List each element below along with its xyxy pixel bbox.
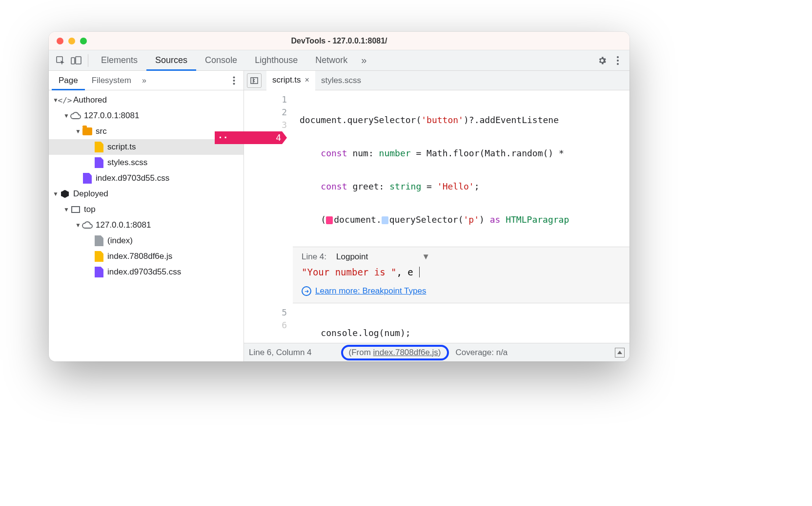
source-map-link[interactable]: index.7808df6e.js <box>373 348 438 357</box>
close-tab-icon[interactable]: × <box>305 76 309 84</box>
chevron-down-icon: ▼ <box>62 206 70 213</box>
titlebar: DevTools - 127.0.0.1:8081/ <box>49 32 629 50</box>
file-icon <box>94 267 104 277</box>
editor-pane: script.ts × styles.scss 1 2 3 4 <box>244 71 629 361</box>
file-icon <box>82 173 93 184</box>
svg-point-8 <box>233 83 235 84</box>
file-icon <box>94 142 104 152</box>
tab-lighthouse[interactable]: Lighthouse <box>246 50 306 71</box>
tree-folder-src[interactable]: ▼ src <box>49 124 244 139</box>
zoom-window-icon[interactable] <box>80 38 87 44</box>
learn-more-text[interactable]: Learn more: Breakpoint Types <box>315 286 426 296</box>
tree-group-authored[interactable]: ▼ </> Authored <box>49 92 244 108</box>
tree-label: 127.0.0.1:8081 <box>96 220 151 230</box>
tree-label: (index) <box>107 236 133 246</box>
code-editor[interactable]: 1 2 3 4 document.querySelector('button')… <box>244 90 629 343</box>
tree-label: src <box>96 126 107 136</box>
cloud-icon <box>70 110 81 121</box>
tabs-overflow-icon[interactable]: » <box>356 55 371 66</box>
toggle-navigator-icon[interactable] <box>247 73 262 88</box>
line-gutter[interactable]: 1 2 3 4 <box>244 90 293 247</box>
tree-file-script-ts[interactable]: script.ts <box>49 139 244 155</box>
chevron-down-icon: ▼ <box>422 252 430 262</box>
tree-label: index.7808df6e.js <box>107 252 172 261</box>
chevron-down-icon: ▼ <box>74 222 82 229</box>
learn-more-link[interactable]: Learn more: Breakpoint Types <box>302 286 621 296</box>
tree-file-styles-scss[interactable]: styles.scss <box>49 155 244 170</box>
tree-label: index.d9703d55.css <box>96 173 169 183</box>
window-title: DevTools - 127.0.0.1:8081/ <box>49 37 629 45</box>
tree-file-index-css[interactable]: index.d9703d55.css <box>49 170 244 186</box>
source-map-origin[interactable]: (From index.7808df6e.js) <box>341 345 449 360</box>
file-icon <box>94 251 104 262</box>
sidebar-tab-filesystem[interactable]: Filesystem <box>85 71 138 90</box>
logpoint-marker[interactable]: 4 <box>215 131 287 144</box>
folder-icon <box>82 126 93 137</box>
svg-rect-9 <box>251 78 258 84</box>
svg-rect-2 <box>76 57 81 64</box>
line-number[interactable]: 2 <box>244 106 287 119</box>
tree-label: top <box>84 205 96 214</box>
code-content[interactable]: document.querySelector('button')?.addEve… <box>293 90 629 247</box>
minimize-window-icon[interactable] <box>68 38 75 44</box>
tab-network[interactable]: Network <box>306 50 356 71</box>
settings-gear-icon[interactable] <box>594 53 610 68</box>
tree-label: script.ts <box>107 142 136 152</box>
more-menu-icon[interactable] <box>610 53 626 68</box>
main-tabstrip: Elements Sources Console Lighthouse Netw… <box>49 50 629 71</box>
file-icon <box>94 235 104 246</box>
chevron-down-icon: ▼ <box>74 128 82 135</box>
tree-label: Authored <box>73 95 107 105</box>
tab-elements[interactable]: Elements <box>92 50 146 71</box>
tree-label: styles.scss <box>107 158 147 168</box>
logpoint-line-label: Line 4: <box>302 252 326 262</box>
tree-origin[interactable]: ▼ 127.0.0.1:8081 <box>49 108 244 124</box>
tree-file-index-js[interactable]: index.7808df6e.js <box>49 249 244 264</box>
tab-console[interactable]: Console <box>196 50 246 71</box>
sidebar-tab-page[interactable]: Page <box>52 71 85 90</box>
tree-file-index[interactable]: (index) <box>49 233 244 249</box>
text-cursor <box>414 267 420 277</box>
line-number[interactable]: 5 <box>244 306 287 319</box>
code-icon: </> <box>60 95 70 105</box>
tree-group-deployed[interactable]: ▼ Deployed <box>49 186 244 202</box>
coverage-status: Coverage: n/a <box>456 348 508 358</box>
logpoint-expression-input[interactable]: "Your number is ", e <box>302 267 621 277</box>
frame-icon <box>70 204 81 215</box>
show-drawer-icon[interactable] <box>615 348 625 358</box>
tree-frame-top[interactable]: ▼ top <box>49 202 244 217</box>
tree-file-index-css-deployed[interactable]: index.d9703d55.css <box>49 264 244 280</box>
devtools-window: DevTools - 127.0.0.1:8081/ Elements Sour… <box>49 32 629 361</box>
tab-sources[interactable]: Sources <box>146 50 196 71</box>
svg-point-5 <box>617 63 619 65</box>
editor-tab-styles-scss[interactable]: styles.scss <box>315 71 367 90</box>
editor-tab-label: styles.scss <box>321 76 361 85</box>
window-controls <box>49 38 87 44</box>
svg-rect-1 <box>71 58 75 64</box>
line-number[interactable]: 3 <box>244 119 287 131</box>
sidebar-overflow-icon[interactable]: » <box>138 76 150 85</box>
editor-tabstrip: script.ts × styles.scss <box>244 71 629 90</box>
device-toggle-icon[interactable] <box>68 53 84 68</box>
editor-statusbar: Line 6, Column 4 (From index.7808df6e.js… <box>244 343 629 361</box>
sidebar-more-icon[interactable] <box>227 76 241 85</box>
cursor-position[interactable]: Line 6, Column 4 <box>249 348 312 358</box>
svg-point-7 <box>233 80 235 82</box>
breakpoint-type-dropdown[interactable]: Logpoint ▼ <box>336 252 430 262</box>
tree-label: Deployed <box>73 189 108 199</box>
sidebar-tabstrip: Page Filesystem » <box>49 71 244 90</box>
close-window-icon[interactable] <box>57 38 63 44</box>
svg-point-3 <box>617 56 619 58</box>
tree-label: 127.0.0.1:8081 <box>84 111 139 121</box>
tree-origin-deployed[interactable]: ▼ 127.0.0.1:8081 <box>49 217 244 233</box>
inspect-icon[interactable] <box>53 53 68 68</box>
navigator-sidebar: Page Filesystem » ▼ </> Authored ▼ <box>49 71 244 361</box>
line-number[interactable]: 6 <box>244 319 287 332</box>
step-marker-icon <box>326 216 333 224</box>
editor-tab-script-ts[interactable]: script.ts × <box>266 71 315 90</box>
cube-icon <box>60 189 70 199</box>
svg-point-6 <box>233 76 235 78</box>
cloud-icon <box>82 220 93 231</box>
line-number[interactable]: 1 <box>244 93 287 106</box>
chevron-down-icon: ▼ <box>52 190 60 197</box>
